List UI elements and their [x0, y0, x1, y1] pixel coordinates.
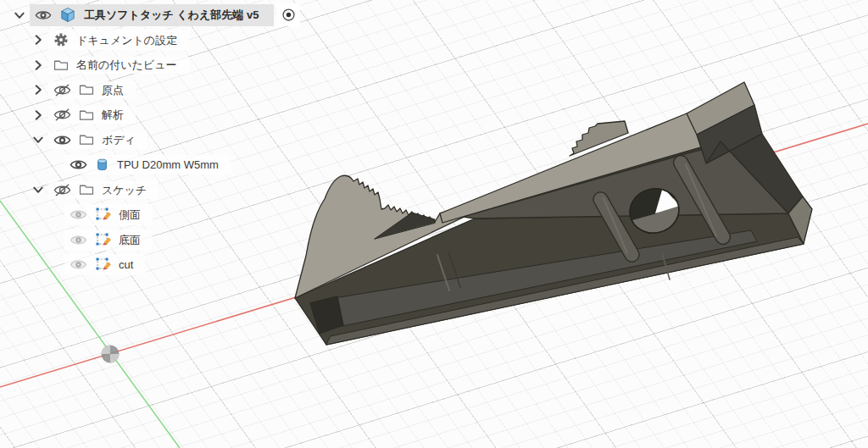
visibility-off-eye-icon[interactable] — [53, 108, 71, 121]
gear-icon — [53, 32, 69, 47]
tree-item-label[interactable]: TPU D20mm W5mm — [117, 159, 219, 170]
folder-icon — [79, 184, 94, 196]
tree-item-label[interactable]: 底面 — [119, 235, 141, 246]
sketch-icon — [95, 232, 111, 248]
activate-component-chip[interactable] — [276, 3, 300, 26]
folder-icon — [79, 109, 94, 121]
visibility-eye-icon[interactable] — [35, 9, 52, 21]
visibility-dim-eye-icon[interactable] — [70, 258, 87, 271]
tree-item-label[interactable]: ドキュメントの設定 — [76, 35, 177, 46]
chevron-right-icon[interactable] — [32, 109, 44, 121]
folder-icon — [53, 59, 69, 71]
document-title[interactable]: 工具ソフトタッチ くわえ部先端 v5 — [84, 9, 259, 20]
tree-item-label[interactable]: 側面 — [119, 209, 141, 220]
tree-row-document[interactable]: 工具ソフトタッチ くわえ部先端 v5 — [0, 3, 300, 28]
fusion-viewport-window: 工具ソフトタッチ くわえ部先端 v5 ドキュメントの設定 名前の付いたビュー — [0, 0, 868, 448]
tree-item-label[interactable]: cut — [119, 259, 133, 270]
sketch-icon — [95, 257, 111, 273]
visibility-dim-eye-icon[interactable] — [70, 208, 87, 221]
tree-row-bodies[interactable]: ボディ — [0, 128, 300, 153]
activate-radio-icon[interactable] — [281, 7, 297, 23]
tree-row-origin[interactable]: 原点 — [0, 78, 300, 103]
tree-row-sketches[interactable]: スケッチ — [0, 178, 300, 203]
tree-row-analysis[interactable]: 解析 — [0, 102, 300, 128]
chevron-right-icon[interactable] — [32, 84, 44, 96]
tree-item-label[interactable]: 原点 — [102, 85, 124, 96]
chevron-right-icon[interactable] — [32, 34, 44, 46]
folder-icon — [79, 84, 94, 96]
chevron-down-icon[interactable] — [14, 9, 25, 21]
visibility-eye-icon[interactable] — [70, 158, 87, 171]
chevron-down-icon[interactable] — [32, 134, 44, 146]
chevron-right-icon[interactable] — [32, 59, 44, 71]
folder-icon — [79, 134, 94, 146]
tree-row-sketch-cut[interactable]: cut — [0, 252, 300, 278]
visibility-off-eye-icon[interactable] — [53, 184, 71, 196]
tree-row-document-settings[interactable]: ドキュメントの設定 — [0, 28, 300, 53]
visibility-dim-eye-icon[interactable] — [70, 234, 87, 246]
sketch-icon — [95, 207, 111, 223]
tree-row-sketch-side[interactable]: 側面 — [0, 202, 300, 228]
tree-row-sketch-bottom[interactable]: 底面 — [0, 228, 300, 253]
tree-row-named-views[interactable]: 名前の付いたビュー — [0, 53, 300, 78]
tree-item-label[interactable]: 名前の付いたビュー — [76, 59, 177, 70]
tree-item-label[interactable]: スケッチ — [102, 185, 147, 196]
component-cube-icon — [59, 7, 76, 24]
browser-tree-panel: 工具ソフトタッチ くわえ部先端 v5 ドキュメントの設定 名前の付いたビュー — [0, 3, 300, 278]
tree-item-label[interactable]: ボディ — [102, 135, 136, 146]
chevron-down-icon[interactable] — [32, 184, 44, 196]
tree-row-body-tpu[interactable]: TPU D20mm W5mm — [0, 152, 300, 178]
body-cylinder-icon — [95, 158, 109, 172]
visibility-eye-icon[interactable] — [53, 134, 71, 147]
visibility-off-eye-icon[interactable] — [53, 84, 71, 97]
tree-item-label[interactable]: 解析 — [102, 109, 124, 120]
